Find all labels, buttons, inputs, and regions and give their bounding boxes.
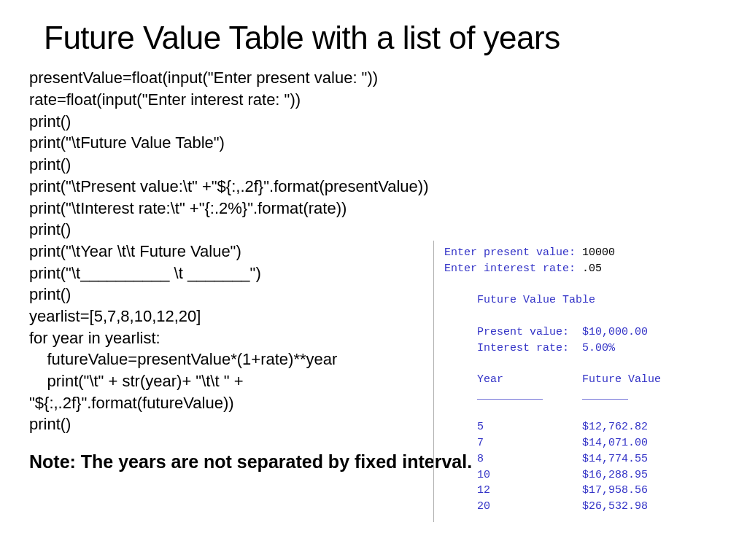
program-output: Enter present value: 10000 Enter interes…: [433, 241, 725, 522]
slide: Future Value Table with a list of years …: [0, 0, 747, 560]
slide-title: Future Value Table with a list of years: [44, 20, 718, 55]
